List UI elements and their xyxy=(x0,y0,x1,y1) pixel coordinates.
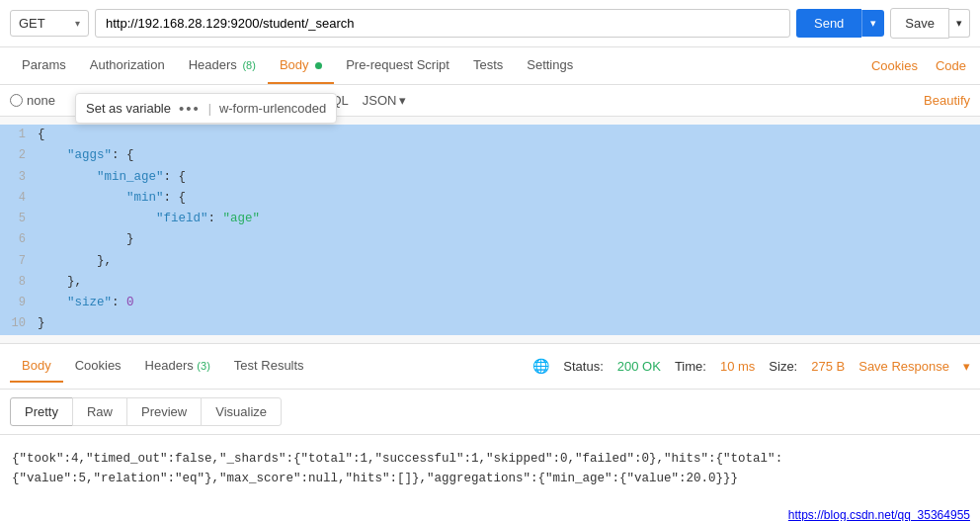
cookies-link[interactable]: Cookies xyxy=(867,48,922,83)
resp-headers-badge: (3) xyxy=(197,360,209,372)
save-button[interactable]: Save xyxy=(890,8,949,39)
status-label: Status: xyxy=(563,359,603,374)
json-line-10: 10 } xyxy=(0,313,980,334)
status-value: 200 OK xyxy=(617,359,661,374)
json-line-6: 6 } xyxy=(0,229,980,250)
send-button-group: Send ▾ xyxy=(796,9,884,38)
tab-body[interactable]: Body xyxy=(268,47,334,84)
json-line-7: 7 }, xyxy=(0,251,980,272)
line-num-8: 8 xyxy=(8,272,38,292)
top-bar: GET ▾ Send ▾ Save ▾ xyxy=(0,0,980,47)
json-dropdown-icon: ▾ xyxy=(399,93,406,108)
line-content-7: }, xyxy=(38,251,972,272)
json-line-5: 5 "field": "age" xyxy=(0,209,980,229)
line-content-4: "min": { xyxy=(38,188,972,209)
nav-tabs-right: Cookies Code xyxy=(867,48,970,83)
line-content-3: "min_age": { xyxy=(38,167,972,188)
json-editor[interactable]: 1 { 2 "aggs": { 3 "min_age": { 4 "min": … xyxy=(0,117,980,344)
json-line-2: 2 "aggs": { xyxy=(0,145,980,166)
line-content-6: } xyxy=(38,229,972,250)
method-label: GET xyxy=(19,16,45,31)
blog-link[interactable]: https://blog.csdn.net/qq_35364955 xyxy=(788,508,970,522)
fmt-tab-visualize[interactable]: Visualize xyxy=(201,397,282,426)
time-label: Time: xyxy=(675,359,706,374)
line-content-5: "field": "age" xyxy=(38,209,972,229)
method-chevron-icon: ▾ xyxy=(75,18,80,29)
send-button[interactable]: Send xyxy=(796,9,861,38)
tab-params[interactable]: Params xyxy=(10,47,78,84)
line-content-2: "aggs": { xyxy=(38,145,972,166)
json-format-label: JSON xyxy=(363,93,397,108)
tab-settings[interactable]: Settings xyxy=(515,47,585,84)
size-label: Size: xyxy=(769,359,797,374)
line-num-1: 1 xyxy=(8,125,38,144)
save-dropdown-button[interactable]: ▾ xyxy=(949,9,970,38)
response-status-bar: Body Cookies Headers (3) Test Results 🌐 … xyxy=(0,344,980,390)
fmt-tab-preview[interactable]: Preview xyxy=(126,397,202,426)
globe-icon: 🌐 xyxy=(532,358,549,374)
line-content-8: }, xyxy=(38,272,972,293)
line-content-9: "size": 0 xyxy=(38,293,972,313)
line-num-10: 10 xyxy=(8,313,38,333)
fmt-tab-pretty[interactable]: Pretty xyxy=(10,397,73,426)
tab-authorization[interactable]: Authorization xyxy=(78,47,177,84)
line-num-6: 6 xyxy=(8,229,38,249)
resp-tab-cookies[interactable]: Cookies xyxy=(63,350,133,383)
resp-tab-test-results[interactable]: Test Results xyxy=(222,350,316,383)
nav-tabs: Params Authorization Headers (8) Body Pr… xyxy=(0,47,980,85)
response-format-tabs: Pretty Raw Preview Visualize xyxy=(0,390,980,435)
form-urlencoded-option[interactable]: w-form-urlencoded xyxy=(219,101,326,116)
size-value: 275 B xyxy=(811,359,845,374)
body-options-row: Set as variable ••• | w-form-urlencoded … xyxy=(0,85,980,117)
code-link[interactable]: Code xyxy=(932,48,970,83)
footer-link: https://blog.csdn.net/qq_35364955 xyxy=(0,504,980,522)
resp-tab-body[interactable]: Body xyxy=(10,350,63,383)
tab-headers[interactable]: Headers (8) xyxy=(177,47,268,84)
more-options-icon[interactable]: ••• xyxy=(179,100,201,117)
json-format-dropdown[interactable]: JSON ▾ xyxy=(363,93,407,108)
line-num-5: 5 xyxy=(8,209,38,228)
resp-tab-headers[interactable]: Headers (3) xyxy=(133,350,222,383)
response-tabs: Body Cookies Headers (3) Test Results xyxy=(10,350,316,383)
body-dot-icon xyxy=(315,62,322,69)
set-as-variable-popup: Set as variable ••• | w-form-urlencoded xyxy=(75,93,337,124)
json-line-3: 3 "min_age": { xyxy=(0,167,980,188)
response-body: {"took":4,"timed_out":false,"_shards":{"… xyxy=(0,435,980,504)
popup-separator: | xyxy=(208,102,211,116)
none-radio[interactable] xyxy=(10,94,23,107)
tab-tests[interactable]: Tests xyxy=(461,47,515,84)
fmt-tab-raw[interactable]: Raw xyxy=(72,397,127,426)
json-line-8: 8 }, xyxy=(0,272,980,293)
line-num-9: 9 xyxy=(8,293,38,312)
json-line-4: 4 "min": { xyxy=(0,188,980,209)
line-content-10: } xyxy=(38,313,972,334)
send-dropdown-button[interactable]: ▾ xyxy=(861,10,884,37)
line-num-7: 7 xyxy=(8,251,38,271)
headers-badge: (8) xyxy=(242,59,255,71)
line-content-1: { xyxy=(38,125,972,145)
line-num-2: 2 xyxy=(8,145,38,165)
time-value: 10 ms xyxy=(720,359,755,374)
line-num-4: 4 xyxy=(8,188,38,208)
save-response-button[interactable]: Save Response xyxy=(858,359,949,374)
url-input[interactable] xyxy=(95,9,790,38)
status-info: 🌐 Status: 200 OK Time: 10 ms Size: 275 B… xyxy=(532,358,970,374)
none-label: none xyxy=(27,93,55,108)
tab-pre-request-script[interactable]: Pre-request Script xyxy=(334,47,461,84)
none-radio-option[interactable]: none xyxy=(10,93,55,108)
response-body-text: {"took":4,"timed_out":false,"_shards":{"… xyxy=(12,449,968,488)
set-as-variable-label[interactable]: Set as variable xyxy=(86,101,171,116)
json-line-9: 9 "size": 0 xyxy=(0,293,980,313)
beautify-button[interactable]: Beautify xyxy=(924,93,970,108)
method-select[interactable]: GET ▾ xyxy=(10,10,89,37)
json-line-1: 1 { xyxy=(0,125,980,145)
save-button-group: Save ▾ xyxy=(890,8,970,39)
save-response-dropdown-icon[interactable]: ▾ xyxy=(963,359,970,374)
line-num-3: 3 xyxy=(8,167,38,187)
